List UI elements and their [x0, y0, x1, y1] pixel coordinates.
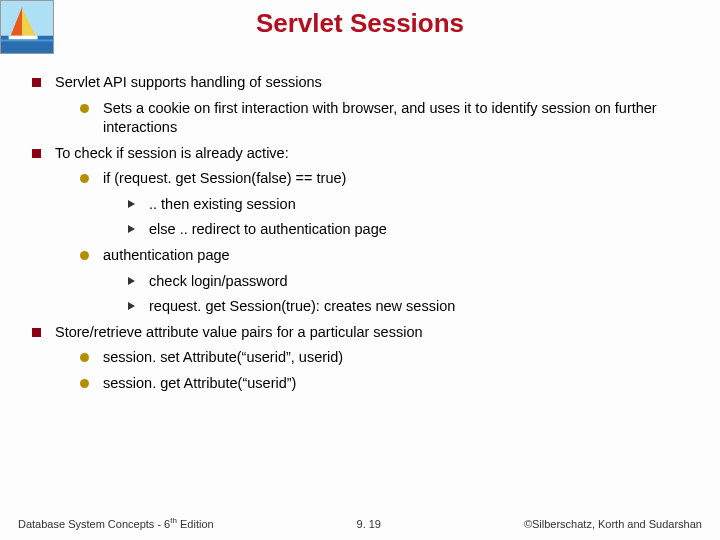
bullet-level1: Store/retrieve attribute value pairs for…	[32, 323, 696, 343]
bullet-level3: request. get Session(true): creates new …	[128, 297, 696, 317]
footer-left-sup: th	[170, 516, 177, 525]
svg-rect-4	[9, 36, 38, 40]
circle-bullet-icon	[80, 251, 89, 260]
footer-left-suffix: Edition	[177, 518, 214, 530]
arrow-bullet-icon	[128, 225, 135, 233]
bullet-text: Sets a cookie on first interaction with …	[103, 99, 696, 138]
square-bullet-icon	[32, 78, 41, 87]
circle-bullet-icon	[80, 353, 89, 362]
bullet-level2: if (request. get Session(false) == true)	[80, 169, 696, 189]
bullet-level3: check login/password	[128, 272, 696, 292]
footer-center: 9. 19	[357, 518, 381, 530]
square-bullet-icon	[32, 149, 41, 158]
bullet-text: session. get Attribute(“userid”)	[103, 374, 696, 394]
slide-body: Servlet API supports handling of session…	[32, 70, 696, 399]
bullet-level2: session. get Attribute(“userid”)	[80, 374, 696, 394]
bullet-text: authentication page	[103, 246, 696, 266]
footer-left: Database System Concepts - 6th Edition	[18, 516, 214, 530]
bullet-level2: session. set Attribute(“userid”, userid)	[80, 348, 696, 368]
svg-rect-5	[1, 40, 53, 42]
bullet-text: check login/password	[149, 272, 696, 292]
arrow-bullet-icon	[128, 302, 135, 310]
arrow-bullet-icon	[128, 200, 135, 208]
bullet-level1: Servlet API supports handling of session…	[32, 73, 696, 93]
bullet-level3: .. then existing session	[128, 195, 696, 215]
bullet-text: Servlet API supports handling of session…	[55, 73, 696, 93]
square-bullet-icon	[32, 328, 41, 337]
bullet-text: To check if session is already active:	[55, 144, 696, 164]
bullet-text: session. set Attribute(“userid”, userid)	[103, 348, 696, 368]
bullet-text: .. then existing session	[149, 195, 696, 215]
slide-title: Servlet Sessions	[0, 0, 720, 39]
logo-image	[0, 0, 54, 54]
circle-bullet-icon	[80, 174, 89, 183]
footer-right: ©Silberschatz, Korth and Sudarshan	[524, 518, 702, 530]
bullet-level2: authentication page	[80, 246, 696, 266]
bullet-level3: else .. redirect to authentication page	[128, 220, 696, 240]
circle-bullet-icon	[80, 379, 89, 388]
circle-bullet-icon	[80, 104, 89, 113]
arrow-bullet-icon	[128, 277, 135, 285]
bullet-text: if (request. get Session(false) == true)	[103, 169, 696, 189]
bullet-text: Store/retrieve attribute value pairs for…	[55, 323, 696, 343]
bullet-text: request. get Session(true): creates new …	[149, 297, 696, 317]
bullet-level1: To check if session is already active:	[32, 144, 696, 164]
footer-left-prefix: Database System Concepts - 6	[18, 518, 170, 530]
bullet-level2: Sets a cookie on first interaction with …	[80, 99, 696, 138]
bullet-text: else .. redirect to authentication page	[149, 220, 696, 240]
slide-footer: Database System Concepts - 6th Edition 9…	[0, 516, 720, 530]
